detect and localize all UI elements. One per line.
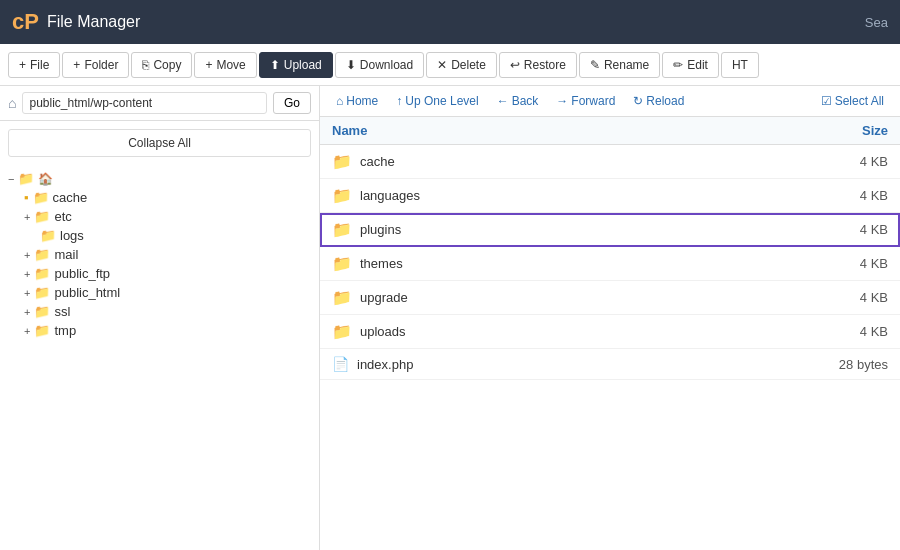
- table-row[interactable]: 📄index.php28 bytes: [320, 349, 900, 380]
- home-nav-icon: ⌂: [336, 94, 343, 108]
- download-icon: ⬇: [346, 58, 356, 72]
- sidebar: ⌂ Go Collapse All − 📁 🏠 ▪ 📁 cache + 📁: [0, 86, 320, 550]
- file-name-content: 📁uploads: [332, 322, 659, 341]
- table-row[interactable]: 📁cache4 KB: [320, 145, 900, 179]
- copy-button-label: Copy: [153, 58, 181, 72]
- ht-button-label: HT: [732, 58, 748, 72]
- delete-icon: ✕: [437, 58, 447, 72]
- header: cP File Manager Sea: [0, 0, 900, 44]
- tree-item-public-ftp[interactable]: + 📁 public_ftp: [24, 264, 311, 283]
- tree-children: ▪ 📁 cache + 📁 etc 📁 logs +: [8, 188, 311, 340]
- file-name-label: languages: [360, 188, 420, 203]
- rename-button[interactable]: ✎ Rename: [579, 52, 660, 78]
- table-header-row: Name Size: [320, 117, 900, 145]
- edit-button[interactable]: ✏ Edit: [662, 52, 719, 78]
- folder-icon: 📁: [332, 220, 352, 239]
- file-size-cell: 4 KB: [671, 247, 900, 281]
- rename-icon: ✎: [590, 58, 600, 72]
- tmp-label: tmp: [54, 323, 76, 338]
- folder-button[interactable]: + Folder: [62, 52, 129, 78]
- file-name-cell-plugins: 📁plugins: [320, 213, 671, 247]
- move-button[interactable]: + Move: [194, 52, 256, 78]
- forward-button[interactable]: → Forward: [548, 90, 623, 112]
- tree-item-logs[interactable]: 📁 logs: [40, 226, 311, 245]
- plus-icon: +: [73, 58, 80, 72]
- file-name-content: 📁plugins: [332, 220, 659, 239]
- path-bar: ⌂ Go: [0, 86, 319, 121]
- file-table: Name Size 📁cache4 KB📁languages4 KB📁plugi…: [320, 117, 900, 380]
- collapse-all-button[interactable]: Collapse All: [8, 129, 311, 157]
- forward-label: Forward: [571, 94, 615, 108]
- table-row[interactable]: 📁plugins4 KB: [320, 213, 900, 247]
- file-name-content: 📁cache: [332, 152, 659, 171]
- folder-icon: 📁: [332, 186, 352, 205]
- tree-item-tmp[interactable]: + 📁 tmp: [24, 321, 311, 340]
- name-column-header: Name: [320, 117, 671, 145]
- restore-button[interactable]: ↩ Restore: [499, 52, 577, 78]
- copy-icon: ⎘: [142, 58, 149, 72]
- mail-label: mail: [54, 247, 78, 262]
- delete-button[interactable]: ✕ Delete: [426, 52, 497, 78]
- up-icon: ↑: [396, 94, 402, 108]
- table-row[interactable]: 📁languages4 KB: [320, 179, 900, 213]
- file-name-content: 📁languages: [332, 186, 659, 205]
- file-button[interactable]: + File: [8, 52, 60, 78]
- file-table-container: Name Size 📁cache4 KB📁languages4 KB📁plugi…: [320, 117, 900, 550]
- select-all-label: Select All: [835, 94, 884, 108]
- folder-icon: 📁: [332, 288, 352, 307]
- reload-label: Reload: [646, 94, 684, 108]
- nav-bar: ⌂ Home ↑ Up One Level ← Back → Forward ↻…: [320, 86, 900, 117]
- select-all-button[interactable]: ☑ Select All: [813, 90, 892, 112]
- tree-item-mail[interactable]: + 📁 mail: [24, 245, 311, 264]
- file-size-cell: 4 KB: [671, 145, 900, 179]
- cache-folder-icon: 📁: [33, 190, 49, 205]
- tree-item-etc[interactable]: + 📁 etc: [24, 207, 311, 226]
- copy-button[interactable]: ⎘ Copy: [131, 52, 192, 78]
- reload-button[interactable]: ↻ Reload: [625, 90, 692, 112]
- path-input[interactable]: [22, 92, 267, 114]
- ht-button[interactable]: HT: [721, 52, 759, 78]
- upload-button-label: Upload: [284, 58, 322, 72]
- ssl-label: ssl: [54, 304, 70, 319]
- go-button[interactable]: Go: [273, 92, 311, 114]
- table-row[interactable]: 📁uploads4 KB: [320, 315, 900, 349]
- file-name-cell-upgrade: 📁upgrade: [320, 281, 671, 315]
- main-layout: ⌂ Go Collapse All − 📁 🏠 ▪ 📁 cache + 📁: [0, 86, 900, 550]
- tmp-folder-icon: 📁: [34, 323, 50, 338]
- rename-button-label: Rename: [604, 58, 649, 72]
- tree-item-public-html[interactable]: + 📁 public_html: [24, 283, 311, 302]
- up-one-level-button[interactable]: ↑ Up One Level: [388, 90, 486, 112]
- move-icon: +: [205, 58, 212, 72]
- upload-button[interactable]: ⬆ Upload: [259, 52, 333, 78]
- toggle-icon: +: [24, 249, 30, 261]
- reload-icon: ↻: [633, 94, 643, 108]
- file-name-cell-themes: 📁themes: [320, 247, 671, 281]
- size-column-header: Size: [671, 117, 900, 145]
- table-row[interactable]: 📁upgrade4 KB: [320, 281, 900, 315]
- home-nav-button[interactable]: ⌂ Home: [328, 90, 386, 112]
- file-name-label: themes: [360, 256, 403, 271]
- back-button[interactable]: ← Back: [489, 90, 547, 112]
- etc-children: 📁 logs: [24, 226, 311, 245]
- folder-button-label: Folder: [84, 58, 118, 72]
- table-row[interactable]: 📁themes4 KB: [320, 247, 900, 281]
- tree-root[interactable]: − 📁 🏠: [8, 169, 311, 188]
- app-title: File Manager: [47, 13, 140, 31]
- file-size-cell: 4 KB: [671, 315, 900, 349]
- public-ftp-label: public_ftp: [54, 266, 110, 281]
- download-button-label: Download: [360, 58, 413, 72]
- file-size-cell: 28 bytes: [671, 349, 900, 380]
- file-name-label: plugins: [360, 222, 401, 237]
- file-pane: ⌂ Home ↑ Up One Level ← Back → Forward ↻…: [320, 86, 900, 550]
- tree-item-ssl[interactable]: + 📁 ssl: [24, 302, 311, 321]
- file-name-cell-languages: 📁languages: [320, 179, 671, 213]
- tree-item-cache[interactable]: ▪ 📁 cache: [24, 188, 311, 207]
- home-tree-icon: 🏠: [38, 172, 53, 186]
- toolbar: + File + Folder ⎘ Copy + Move ⬆ Upload ⬇…: [0, 44, 900, 86]
- file-name-label: index.php: [357, 357, 413, 372]
- toggle-icon: +: [24, 287, 30, 299]
- download-button[interactable]: ⬇ Download: [335, 52, 424, 78]
- ssl-folder-icon: 📁: [34, 304, 50, 319]
- folder-icon: 📁: [332, 152, 352, 171]
- file-button-label: File: [30, 58, 49, 72]
